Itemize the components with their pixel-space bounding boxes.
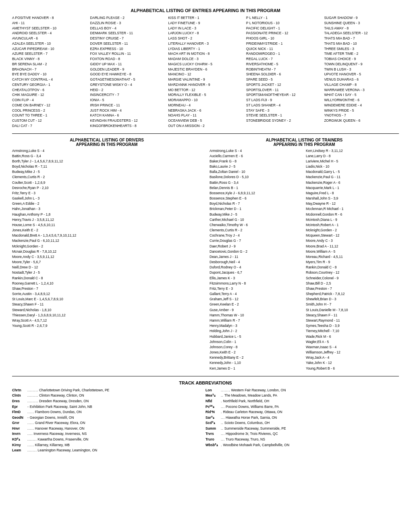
abbr-name: Grand River Raceway, Elora, ON [35, 420, 85, 426]
trainer-item: Holding,John J - 2 [210, 328, 303, 334]
entry-item: DESTINY CRUISE - 7 [90, 36, 165, 41]
entry-item: THATS MIA BAD - 10 [324, 41, 399, 46]
abbr-dots: .... [27, 431, 33, 437]
trainer-item: St Louis,Danielle M - 7,8,10 [306, 308, 399, 313]
drivers-title: ALPHABETICAL LISTING OF DRIVERSAPPEARING… [12, 138, 201, 147]
entry-item: CUSTOM CUT - 12 [12, 118, 87, 123]
entries-section: ALPHABETICAL LISTING OF ENTRIES APPEARIN… [12, 8, 399, 129]
driver-item: Budway,Mike J - 5 [12, 169, 201, 175]
trainer-item: Moore,Brad A - 11,12 [306, 244, 399, 249]
driver-item: Wray,Scott A - 4,5,7,12 [12, 318, 201, 323]
abbr-dots: - [27, 415, 29, 421]
abbr-row: Chrtn........Charlottetown Driving Park,… [12, 388, 399, 393]
trainer-item: Waxman,Isaac S - 4 [306, 345, 399, 350]
abbr-code: Hnvr [12, 426, 27, 432]
entry-item: ANDROID SEELSTER - 4 [12, 31, 87, 36]
abbr-right-dots: ... [221, 437, 225, 443]
entry-item: CATCH MY CONTRAIL - 4 [12, 77, 87, 82]
driver-item: Hahn,Jonathan - 3 [12, 206, 201, 212]
entry-item: COOL PRINCESS - 2 [12, 108, 87, 113]
driver-item: Rankin,Donald C - 8 [12, 276, 201, 281]
trainer-item: Yake,John K - 12 [306, 360, 399, 366]
entry-item: STONEBRIDGE SYDNEY - 2 [246, 118, 321, 123]
trainer-item: Carther,Michael G - 10 [210, 217, 303, 222]
abbr-right: Summ..Summerside Raceway, Summerside, PE [206, 426, 286, 432]
abbr-dots: ..... [27, 409, 34, 415]
abbr-name: Georgian Downs, Innisfil, ON [30, 415, 74, 421]
entry-item: TAILS AWAY - 8 [324, 26, 399, 31]
abbr-code: Clntn [12, 393, 27, 399]
abbr-right: Mea⁵₄..The Meadows, Meadow Lands, PA [206, 393, 277, 399]
entries-title: ALPHABETICAL LISTING OF ENTRIES APPEARIN… [12, 8, 399, 13]
abbr-name: Flamboro Downs, Dundas, ON [35, 409, 82, 415]
trainer-item: Bako,Laurie J - 5 [210, 164, 303, 169]
abbr-dots: ........ [27, 388, 38, 393]
trainer-item: Mackenzie,Roger A - 6 [306, 180, 399, 185]
trainer-item: Belan,Dennis B - 1 [210, 185, 303, 191]
entry-item: AZURE SEELSTER - 7 [12, 51, 87, 56]
abbr-row: Kirny.....Killarney, Killarney, MBWbsb⁵₄… [12, 443, 399, 448]
trainer-item: Hamm,Thomas W - 10 [210, 313, 303, 318]
abbr-right: RidᶜN.Rideau Carleton Raceway, Ottawa, O… [206, 409, 282, 415]
abbr-right-dots: .. [221, 420, 224, 426]
entry-item: CHIK MAGUIRE - 12 [12, 92, 87, 98]
trainer-item: Wagler,Eli A - 5 [306, 339, 399, 345]
entry-item: LYDIAS LIBERTY - 1 [168, 46, 243, 52]
abbr-row: Grvr.....Grand River Raceway, Elora, ONS… [12, 420, 399, 426]
abbr-right-name: Pocono Downs, Williams Barre, PA [226, 404, 279, 410]
entry-item: P L NELLY - 1 [246, 15, 321, 21]
entry-item: ROBINTHEATM - 7 [246, 67, 321, 72]
trainer-item: Rankin,Donald C - 8 [306, 265, 399, 270]
abbreviations-section: TRACK ABBREVIATIONS Chrtn........Charlot… [12, 380, 399, 453]
entry-item: BR SERENA SLAM - 2 [12, 62, 87, 67]
abbr-row: KD⁵₄.......Kawartha Downs, Fraserville, … [12, 437, 399, 443]
trainer-item: Graham,Jeff S - 12 [210, 297, 303, 302]
trainer-item: Mackenzie,Paul G - 11 [306, 175, 399, 180]
entry-item: COUNT TO THREE - 1 [12, 113, 87, 118]
entry-item: KINGOFBROKENHEARTS - 8 [90, 123, 165, 129]
abbr-name: Kawartha Downs, Fraserville, ON [38, 437, 89, 443]
driver-item: Moore,Andy C - 3,5,9,11,12 [12, 254, 201, 260]
entry-item: VILLAGE CHAMP - 8 [324, 82, 399, 87]
abbr-right-code: Sar⁵₄ [206, 415, 220, 421]
trainer-item: Daer,Robert J - 9 [210, 244, 303, 249]
entry-item: CENTURY GEORGIA - 1 [12, 82, 87, 87]
driver-item: Desroche,Ryan P - 2,10 [12, 185, 201, 191]
abbr-dots: ........ [27, 393, 38, 399]
abbr-right-name: Hippodrome 3r, Trois Rivieres, QC [226, 431, 278, 437]
driver-item: Mackenzie,Paul G - 6,10,11,12 [12, 238, 201, 243]
abbr-left: KD⁵₄.......Kawartha Downs, Fraserville, … [12, 437, 206, 443]
trainer-item: Shepherd,Patrick - 7,8,12 [306, 291, 399, 297]
trainer-item: Williamson,Jeffrey - 12 [306, 350, 399, 355]
trainer-item: Shaw,Preston - 7 [306, 286, 399, 291]
entry-item: MANCINO - 12 [168, 72, 243, 77]
trainer-item: Dupont,Jacques - 6,7 [210, 270, 303, 275]
driver-item: Borth,Tyler J - 1,4,5,6,7,8,9,11,12 [12, 159, 201, 164]
trainer-item: Battin,Ross G - 3,4 [210, 180, 303, 185]
entry-item: OUT ON A MISSION - 2 [168, 123, 243, 129]
abbr-dots: ........ [27, 399, 38, 404]
trainer-item: Cochrane,Troy J - 4 [210, 233, 303, 238]
entry-item: TIME AFTER TIME - 2 [324, 51, 399, 56]
abbr-row: Hnvr.....Hanover Raceway, Hanover, ONSum… [12, 426, 399, 432]
trainer-item: Bossence,Kyle J - 6,8,9,11,12 [210, 191, 303, 196]
abbr-left: Chrtn........Charlottetown Driving Park,… [12, 388, 206, 393]
abbr-right-name: Rideau Carleton Raceway, Ottawa, ON [223, 409, 282, 415]
abbr-right-code: RidᶜN [206, 409, 220, 415]
abbr-left: Clntn........Clinton Raceway, Clinton, O… [12, 393, 206, 399]
driver-item: Nostadt,Tyler J - 5 [12, 270, 201, 275]
entry-item: SUGAR SHADOW - 9 [324, 15, 399, 21]
entry-item: MO BETTOR - 12 [168, 87, 243, 93]
entry-item: EZRA EXPRESS - 10 [90, 46, 165, 52]
entry-item: LADY IN LACE - 3 [168, 26, 243, 31]
abbr-right: Pcᴰ⁵₄...Pocono Downs, Williams Barre, PA [206, 404, 279, 410]
trainer-item: Macdonald,Garry L - 5 [306, 169, 399, 175]
entry-item: NOAHS PLAY - 11 [168, 113, 243, 118]
entry-item: INSINCERCITY - 7 [90, 92, 165, 98]
driver-item: Mcknight,Gorden - 2 [12, 244, 201, 249]
entry-item: MACH ART IN MOTION - 8 [168, 51, 243, 56]
abbr-right-name: Woodbine Mohawk Park, Campbellville, ON [223, 443, 289, 448]
abbr-right-dots: .. [221, 393, 224, 399]
entry-item: WINDEMERE EDDIE - 4 [324, 103, 399, 108]
entry-item: ST LADS FIJI - 9 [246, 98, 321, 103]
